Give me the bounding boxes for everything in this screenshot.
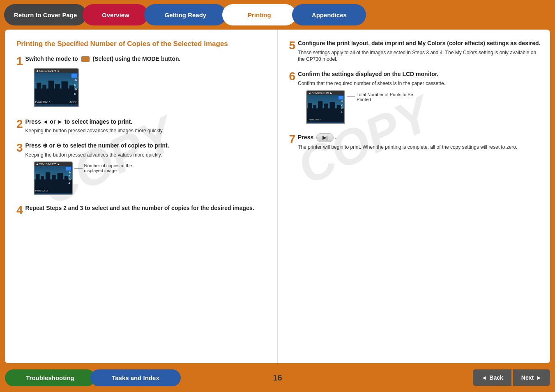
- step-7-number: 7: [289, 133, 296, 146]
- lcd-wrapper-step6: ◄ SD•100-2175 ►: [306, 90, 542, 124]
- troubleshooting-label: Troubleshooting: [26, 374, 74, 381]
- step-4: 4 Repeat Steps 2 and 3 to select and set…: [16, 204, 269, 214]
- step-5-number: 5: [289, 39, 296, 52]
- step-1-title: Switch the mode to (Select) using the MO…: [25, 55, 269, 63]
- next-btn[interactable]: Next ►: [513, 369, 550, 386]
- step-7-content: Press ▶|. The printer will begin to prin…: [298, 133, 542, 151]
- svg-rect-20: [337, 105, 341, 121]
- lcd-step6-annotation: Total Number of Prints to Be Printed: [347, 90, 422, 102]
- troubleshooting-btn[interactable]: Troubleshooting: [5, 369, 95, 386]
- annotation-text-step6: Total Number of Prints to Be Printed: [357, 92, 422, 102]
- step-7: 7 Press ▶|. The printer will begin to pr…: [289, 133, 542, 151]
- bottom-navigation: Troubleshooting Tasks and Index 16 ◄ Bac…: [0, 363, 555, 392]
- lcd-indicator: [71, 74, 77, 78]
- tasks-label: Tasks and Index: [112, 374, 159, 381]
- print-button-indicator: ▶|: [316, 133, 334, 143]
- top-navigation: Return to Cover Page Overview Getting Re…: [0, 0, 555, 30]
- lcd-bottom-number: 4: [69, 182, 71, 184]
- lcd-step3-paper: P4x6/10x15: [35, 189, 48, 192]
- step-1: 1 Switch the mode to (Select) using the …: [16, 55, 269, 111]
- step-6: 6 Confirm the settings displayed on the …: [289, 70, 542, 125]
- lcd-screen-step6: ◄ SD•100-2175 ►: [306, 90, 345, 124]
- step-5-title: Configure the print layout, date imprint…: [298, 39, 542, 48]
- annotation-dash-step3: [74, 168, 83, 168]
- lcd-top-bar-text: ◄ SD•100-2175 ►: [36, 69, 60, 72]
- step-2-content: Press ◄ or ► to select images to print. …: [25, 118, 269, 134]
- back-arrow-icon: ◄: [481, 374, 487, 381]
- lcd-aoff: AOFF: [69, 101, 77, 104]
- left-panel: Printing the Specified Number of Copies …: [5, 30, 278, 363]
- appendices-label: Appendices: [312, 12, 347, 18]
- lcd-screen-step3: ◄ SD•100-2175 ►: [34, 161, 73, 195]
- lcd-image-step1: ◄ SD•100-2175 ►: [34, 68, 79, 107]
- step-4-title: Repeat Steps 2 and 3 to select and set t…: [25, 204, 269, 212]
- return-to-cover-btn[interactable]: Return to Cover Page: [4, 4, 87, 25]
- step-6-number: 6: [289, 70, 296, 83]
- right-panel: 5 Configure the print layout, date impri…: [278, 30, 550, 363]
- svg-rect-11: [52, 175, 56, 193]
- step-1-number: 1: [16, 55, 23, 68]
- step-6-desc: Confirm that the required number of shee…: [298, 80, 542, 87]
- lcd-step3-indicator: [66, 167, 71, 171]
- section-title: Printing the Specified Number of Copies …: [16, 39, 269, 48]
- lcd-top-bar-step3: ◄ SD•100-2175 ►: [35, 162, 72, 166]
- step-5-desc: These settings apply to all of the image…: [298, 49, 542, 63]
- step-6-title: Confirm the settings displayed on the LC…: [298, 70, 542, 78]
- lcd-step6-numbers: ⊕ 2 ⊖ 4: [341, 100, 343, 113]
- lcd-top-bar-step1: ◄ SD•100-2175 ►: [35, 69, 78, 73]
- overview-btn[interactable]: Overview: [83, 4, 148, 25]
- lcd-bottom: P4x6/10x15: [35, 101, 51, 104]
- step-4-number: 4: [16, 204, 23, 217]
- bottom-right-nav: ◄ Back Next ►: [473, 369, 550, 386]
- svg-rect-18: [324, 104, 328, 122]
- appendices-btn[interactable]: Appendices: [292, 4, 366, 25]
- main-content: Printing the Specified Number of Copies …: [5, 30, 550, 363]
- step-3: 3 Press ⊕ or ⊖ to select the number of c…: [16, 142, 269, 197]
- lcd-step3-annotation: Number of copies of the displayed image: [74, 161, 150, 173]
- lcd-step6-indicator: [339, 96, 343, 99]
- step-3-content: Press ⊕ or ⊖ to select the number of cop…: [25, 142, 269, 197]
- step-5: 5 Configure the print layout, date impri…: [289, 39, 542, 63]
- tasks-and-index-btn[interactable]: Tasks and Index: [90, 369, 181, 386]
- step-2-number: 2: [16, 118, 23, 131]
- svg-rect-4: [55, 84, 60, 104]
- page-number: 16: [273, 373, 282, 383]
- printing-btn[interactable]: Printing: [222, 4, 296, 25]
- getting-ready-label: Getting Ready: [165, 12, 207, 18]
- svg-rect-5: [61, 81, 67, 104]
- annotation-dash-step6: [347, 97, 355, 97]
- lcd-step6-total: 4: [341, 111, 343, 113]
- svg-rect-19: [330, 102, 335, 122]
- step-5-content: Configure the print layout, date imprint…: [298, 39, 542, 63]
- lcd-topbar-step6-text: ◄ SD•100-2175 ►: [308, 92, 333, 95]
- step-7-desc: The printer will begin to print. When th…: [298, 144, 542, 151]
- step-6-content: Confirm the settings displayed on the LC…: [298, 70, 542, 125]
- step-4-content: Repeat Steps 2 and 3 to select and set t…: [25, 204, 269, 214]
- step-3-desc: Keeping the button pressed advances the …: [25, 152, 269, 159]
- next-arrow-icon: ►: [536, 374, 542, 381]
- annotation-line-step3: Number of copies of the displayed image: [74, 163, 150, 173]
- step-2-title: Press ◄ or ► to select images to print.: [25, 118, 269, 126]
- lcd-step6-copies: 2: [341, 104, 343, 106]
- lcd-step6-paper: P4x6/10x15: [308, 118, 321, 121]
- step-3-number: 3: [16, 142, 23, 154]
- overview-label: Overview: [102, 12, 129, 18]
- next-label: Next: [521, 374, 534, 381]
- getting-ready-btn[interactable]: Getting Ready: [144, 4, 226, 25]
- lcd-wrapper-step3: ◄ SD•100-2175 ►: [34, 161, 269, 195]
- step-2-desc: Keeping the button pressed advances the …: [25, 127, 269, 134]
- lcd-topbar-step3-text: ◄ SD•100-2175 ►: [36, 163, 60, 166]
- lcd-controls: ⊕ 0 ⊖ 0: [74, 78, 77, 96]
- step-2: 2 Press ◄ or ► to select images to print…: [16, 118, 269, 134]
- svg-rect-12: [57, 173, 62, 193]
- printing-label: Printing: [248, 12, 271, 18]
- bottom-left-nav: Troubleshooting Tasks and Index: [5, 369, 181, 386]
- svg-rect-13: [64, 176, 68, 193]
- step-7-title: Press ▶|.: [298, 133, 542, 143]
- back-btn[interactable]: ◄ Back: [473, 369, 511, 386]
- lcd-copies-value: 2: [69, 175, 71, 178]
- annotation-line-step6: Total Number of Prints to Be Printed: [347, 92, 422, 102]
- return-label: Return to Cover Page: [14, 12, 77, 18]
- annotation-text-step3: Number of copies of the displayed image: [84, 163, 150, 173]
- step-3-title: Press ⊕ or ⊖ to select the number of cop…: [25, 142, 269, 150]
